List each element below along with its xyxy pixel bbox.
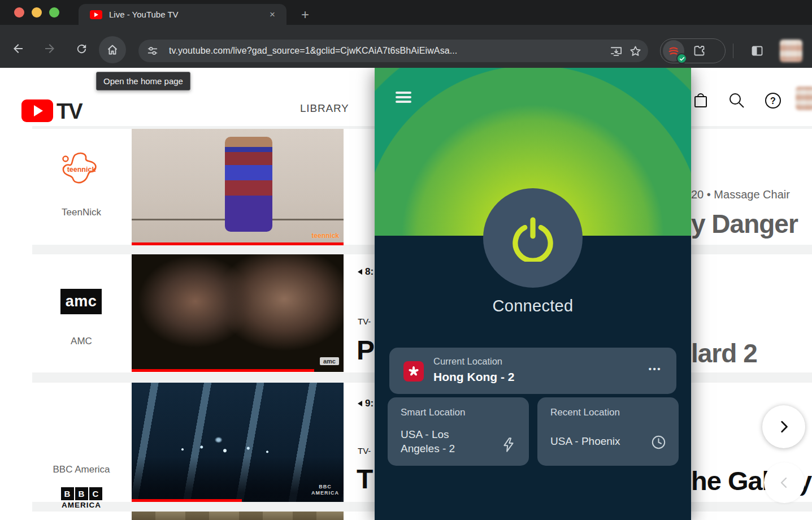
channel-watermark: teennick [311,232,339,240]
youtube-favicon [90,10,102,19]
vpn-power-button[interactable] [483,188,583,288]
location-options-button[interactable]: ••• [649,364,662,374]
live-progress-bar [132,242,344,245]
url-text: tv.youtube.com/live?gad_source=1&gclid=C… [169,46,606,56]
url-bar[interactable]: tv.youtube.com/live?gad_source=1&gclid=C… [138,40,648,62]
window-minimize-button[interactable] [32,7,42,18]
bbc-letter: B [75,487,88,500]
program-meta-fragment: 20 • Massage Chair [691,188,790,201]
channel-logo-teennick[interactable]: teennick [58,150,105,194]
window-close-button[interactable] [14,7,24,18]
help-icon[interactable]: ? [763,90,783,111]
reload-button[interactable] [69,36,94,61]
thumbnail-art [225,137,272,232]
vpn-extension-button[interactable] [663,40,684,62]
smart-location-value: USA - Los Angeles - 2 [401,427,487,456]
program-rating-fragment: TV- [358,446,371,456]
live-progress-bar [132,369,314,372]
window-zoom-button[interactable] [49,7,59,18]
live-thumbnail-partial[interactable] [132,512,344,520]
svg-text:?: ? [770,96,776,106]
channel-label: BBC America [31,464,132,475]
live-thumbnail-teennick[interactable]: teennick [132,129,344,245]
site-settings-icon[interactable] [143,41,162,60]
started-earlier-icon [358,269,362,275]
forward-button[interactable] [37,36,62,61]
search-icon[interactable] [727,90,747,111]
program-start-time: 8: [358,266,374,278]
extensions-puzzle-icon[interactable] [692,44,706,58]
smart-location-label: Smart Location [401,407,465,418]
extensions-zone [660,38,726,63]
side-panel-icon[interactable] [745,38,770,63]
hong-kong-flag-icon [403,361,424,382]
live-progress-bar [132,499,242,502]
play-icon [34,105,43,116]
vpn-status-text: Connected [375,297,691,315]
program-title-fragment: y Danger [691,209,798,239]
program-title-fragment: lard 2 [691,338,757,369]
channel-logo-bbc-america[interactable]: B B C AMERICA [59,487,104,509]
recent-location-value: USA - Phoenix [550,434,646,448]
new-tab-button[interactable]: + [296,6,314,24]
toolbar-divider [733,44,733,58]
vpn-connected-badge [676,53,687,64]
current-location-value: Hong Kong - 2 [433,370,514,384]
smart-location-card[interactable]: Smart Location USA - Los Angeles - 2 [388,397,529,466]
live-thumbnail-amc[interactable]: amc [132,254,344,372]
recent-location-card[interactable]: Recent Location USA - Phoenix [537,397,679,466]
tab-title: Live - YouTube TV [109,10,266,19]
recent-location-label: Recent Location [550,407,620,418]
current-location-card[interactable]: Current Location Hong Kong - 2 ••• [389,348,676,394]
live-thumbnail-bbc-america[interactable]: BBC AMERICA [132,383,344,502]
screenshot-root: TV LIBRARY ? [0,0,812,520]
channel-label: AMC [31,336,132,347]
nav-tab-library[interactable]: LIBRARY [300,102,349,115]
channel-watermark: BBC AMERICA [311,484,339,496]
account-avatar[interactable] [796,86,812,110]
channel-logo-amc[interactable]: amc [60,289,102,314]
back-button[interactable] [6,36,31,61]
browser-profile-avatar[interactable] [780,40,802,62]
bookmark-star-icon[interactable] [626,41,645,60]
clock-icon [651,435,666,452]
home-button-tooltip: Open the home page [96,72,190,90]
tab-close-button[interactable]: × [266,8,279,21]
youtube-tv-logo[interactable] [21,99,53,122]
channel-label: TeenNick [31,207,132,218]
menu-icon[interactable] [396,92,411,103]
bbc-letter: B [61,487,74,500]
browser-tab[interactable]: Live - YouTube TV × [79,4,286,25]
install-app-icon[interactable] [606,41,626,60]
power-icon [509,214,557,262]
current-location-label: Current Location [433,356,502,367]
vpn-extension-popup: Connected Current Location Hong Kong - 2… [375,67,691,520]
started-earlier-icon [358,401,362,406]
youtube-tv-logo-text: TV [57,99,82,124]
teennick-logo-text: teennick [67,166,96,174]
program-start-time: 9: [358,398,374,409]
lightning-icon [501,437,516,455]
carousel-next-button[interactable] [762,405,805,448]
program-title-fragment: T [357,463,372,495]
home-button[interactable] [99,36,126,63]
carousel-prev-button[interactable] [764,462,805,503]
program-rating-fragment: TV- [358,317,371,326]
home-icon [106,43,119,57]
channel-watermark: amc [320,357,339,365]
bbc-letter: C [89,487,102,500]
shopping-bag-icon[interactable] [691,90,711,111]
